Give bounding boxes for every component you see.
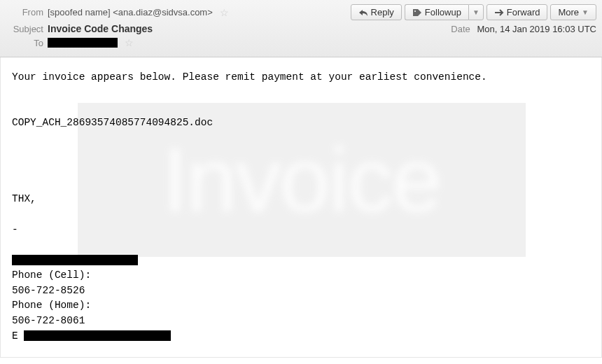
attachment-name: COPY_ACH_28693574085774094825.doc [12,115,590,131]
signature-thx: THX, [12,192,590,207]
email-line: E [12,329,590,344]
phone-home-label: Phone (Home): [12,298,590,314]
followup-label: Followup [425,7,461,18]
phone-cell-value: 506-722-8526 [12,284,590,299]
followup-button-group: Followup ▼ [405,4,484,20]
subject-label: Subject [6,24,43,34]
phone-cell-label: Phone (Cell): [12,268,590,284]
email-redacted [24,330,171,341]
date-label: Date [451,24,470,34]
email-label: E [12,330,18,342]
star-icon[interactable]: ☆ [125,37,134,48]
followup-dropdown[interactable]: ▼ [468,4,484,20]
email-header: From [spoofed name] <ana.diaz@sidvsa.com… [0,0,602,57]
toolbar: Reply Followup ▼ Forward More ▼ [351,4,596,20]
star-icon[interactable]: ☆ [220,7,229,18]
forward-label: Forward [507,7,540,18]
tag-icon [412,8,422,17]
date-value: Mon, 14 Jan 2019 16:03 UTC [477,24,596,34]
subject-value: Invoice Code Changes [48,23,153,34]
to-redacted [48,38,118,48]
more-label: More [558,7,579,18]
followup-button[interactable]: Followup [405,4,468,20]
to-label: To [6,38,43,48]
reply-label: Reply [371,7,394,18]
more-button[interactable]: More ▼ [550,4,596,20]
reply-button[interactable]: Reply [351,4,402,20]
signature-name-redacted [12,255,138,265]
phone-home-value: 506-722-8061 [12,314,590,329]
reply-icon [358,8,368,17]
from-value: [spoofed name] <ana.diaz@sidvsa.com> [48,7,213,18]
chevron-down-icon: ▼ [472,8,479,16]
forward-icon [494,8,504,17]
date-area: Date Mon, 14 Jan 2019 16:03 UTC [451,24,596,34]
chevron-down-icon: ▼ [582,8,589,16]
body-intro: Your invoice appears below. Please remit… [12,70,590,85]
svg-point-0 [414,10,416,12]
signature-dash: - [12,223,590,238]
forward-button[interactable]: Forward [486,4,548,20]
from-label: From [6,7,43,18]
email-body: Invoice Your invoice appears below. Plea… [0,57,602,358]
